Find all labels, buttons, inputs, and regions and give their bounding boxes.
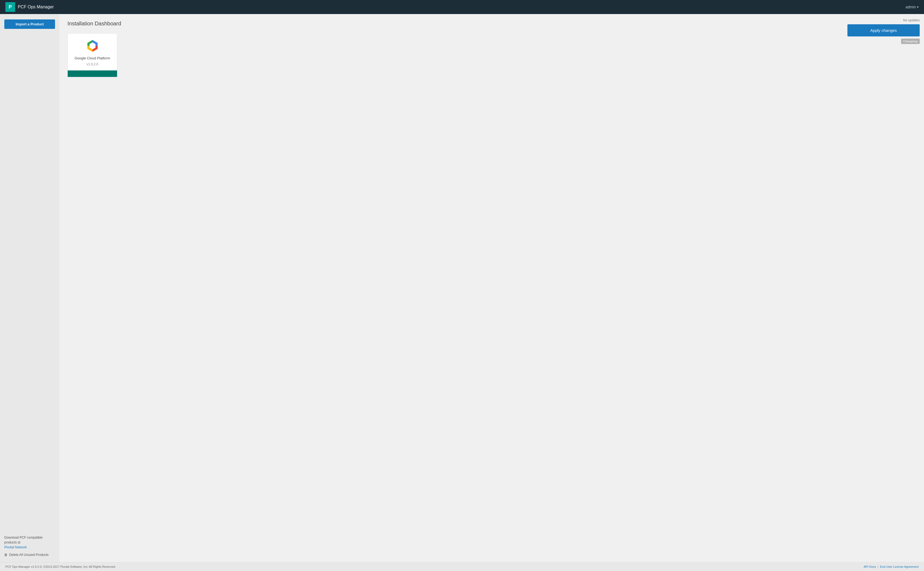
footer-links: API Docs | End User License Agreement bbox=[864, 565, 919, 568]
product-tile-footer bbox=[68, 70, 117, 77]
dashboard-grid: Google Cloud Platform v1.9.2.0 bbox=[68, 33, 835, 77]
content-area: Installation Dashboard bbox=[59, 14, 843, 562]
sidebar-bottom: Download PCF compatible products at Pivo… bbox=[4, 535, 55, 549]
apply-changes-button[interactable]: Apply changes bbox=[847, 24, 920, 36]
download-text: Download PCF compatible products at bbox=[4, 536, 43, 544]
changelog-button[interactable]: Changelog bbox=[901, 39, 920, 44]
gcp-logo-icon bbox=[85, 38, 101, 54]
pivotal-network-link[interactable]: Pivotal Network bbox=[4, 545, 27, 549]
navbar-brand: P PCF Ops Manager bbox=[5, 2, 54, 12]
footer: PCF Ops Manager v1.9.2.0; ©2013-2017 Piv… bbox=[0, 562, 924, 571]
navbar-logo: P bbox=[5, 2, 15, 12]
product-tile-body: Google Cloud Platform v1.9.2.0 bbox=[68, 34, 117, 70]
no-updates-label: No updates bbox=[847, 19, 920, 22]
import-product-button[interactable]: Import a Product bbox=[4, 19, 55, 29]
delete-unused-products-button[interactable]: 🗑 Delete All Unused Products bbox=[4, 553, 55, 557]
sidebar-top: Import a Product bbox=[4, 19, 55, 29]
product-tile[interactable]: Google Cloud Platform v1.9.2.0 bbox=[68, 33, 117, 77]
page-title: Installation Dashboard bbox=[68, 20, 835, 27]
api-docs-link[interactable]: API Docs bbox=[864, 565, 876, 568]
navbar-title: PCF Ops Manager bbox=[18, 5, 54, 9]
footer-copyright: PCF Ops Manager v1.9.2.0; ©2013-2017 Piv… bbox=[5, 565, 116, 568]
product-version: v1.9.2.0 bbox=[86, 62, 98, 66]
right-panel: No updates Apply changes Changelog bbox=[843, 14, 924, 562]
eula-link[interactable]: End User License Agreement bbox=[880, 565, 919, 568]
trash-icon: 🗑 bbox=[4, 553, 8, 557]
navbar: P PCF Ops Manager admin bbox=[0, 0, 924, 14]
footer-separator: | bbox=[878, 565, 878, 568]
user-menu[interactable]: admin bbox=[906, 5, 919, 9]
delete-label: Delete All Unused Products bbox=[9, 553, 49, 557]
sidebar: Import a Product Download PCF compatible… bbox=[0, 14, 59, 562]
main-layout: Import a Product Download PCF compatible… bbox=[0, 14, 924, 562]
product-name: Google Cloud Platform bbox=[75, 56, 110, 60]
sidebar-bottom: Download PCF compatible products at Pivo… bbox=[4, 535, 55, 557]
